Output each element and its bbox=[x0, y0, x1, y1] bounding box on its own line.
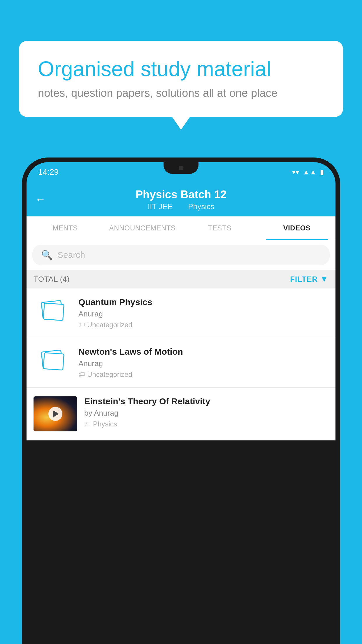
thumb-bg bbox=[34, 396, 77, 431]
video-title: Einstein's Theory Of Relativity bbox=[84, 396, 328, 406]
bubble-title: Organised study material bbox=[38, 57, 324, 81]
status-icons: ▾▾ ▲▲ ▮ bbox=[292, 168, 324, 176]
filter-button[interactable]: FILTER ▼ bbox=[290, 274, 328, 284]
speech-bubble-container: Organised study material notes, question… bbox=[19, 41, 343, 117]
video-title: Quantum Physics bbox=[78, 297, 328, 307]
list-item[interactable]: Einstein's Theory Of Relativity by Anura… bbox=[27, 388, 335, 440]
tab-ments[interactable]: MENTS bbox=[27, 216, 104, 240]
search-input[interactable]: Search bbox=[57, 250, 85, 260]
video-thumbnail-einstein bbox=[34, 396, 77, 431]
play-icon bbox=[53, 410, 59, 417]
play-button[interactable] bbox=[48, 407, 62, 421]
tabs-bar: MENTS ANNOUNCEMENTS TESTS VIDEOS bbox=[27, 216, 335, 240]
video-tag: 🏷 Uncategorized bbox=[78, 321, 328, 329]
video-info-newton: Newton's Laws of Motion Anurag 🏷 Uncateg… bbox=[78, 347, 328, 379]
filter-icon: ▼ bbox=[320, 274, 328, 284]
folder-page-front bbox=[43, 352, 64, 370]
bubble-subtitle: notes, question papers, solutions all at… bbox=[38, 87, 324, 99]
tag-label: Uncategorized bbox=[87, 370, 132, 379]
tag-label: Uncategorized bbox=[87, 321, 132, 329]
folder-thumb-newton bbox=[34, 347, 71, 376]
total-count: TOTAL (4) bbox=[34, 275, 70, 284]
video-author: Anurag bbox=[78, 359, 328, 368]
battery-icon: ▮ bbox=[320, 168, 324, 176]
tag-icon: 🏷 bbox=[84, 420, 91, 428]
tag-label: Physics bbox=[93, 420, 117, 428]
app-header: ← Physics Batch 12 IIT JEE Physics bbox=[27, 182, 335, 216]
speech-bubble: Organised study material notes, question… bbox=[19, 41, 343, 117]
list-item[interactable]: Quantum Physics Anurag 🏷 Uncategorized bbox=[27, 288, 335, 338]
video-author: by Anurag bbox=[84, 409, 328, 418]
video-tag: 🏷 Physics bbox=[84, 420, 328, 428]
filter-bar: TOTAL (4) FILTER ▼ bbox=[27, 270, 335, 288]
header-subtitle: IIT JEE Physics bbox=[145, 202, 217, 211]
tab-tests[interactable]: TESTS bbox=[181, 216, 258, 240]
search-icon: 🔍 bbox=[41, 249, 53, 260]
status-time: 14:29 bbox=[38, 167, 59, 177]
notch bbox=[164, 162, 198, 174]
tab-announcements[interactable]: ANNOUNCEMENTS bbox=[104, 216, 181, 240]
filter-label: FILTER bbox=[290, 275, 318, 284]
folder-icon bbox=[39, 351, 66, 372]
video-info-quantum: Quantum Physics Anurag 🏷 Uncategorized bbox=[78, 297, 328, 329]
header-title: Physics Batch 12 bbox=[136, 188, 227, 201]
video-author: Anurag bbox=[78, 309, 328, 318]
status-bar: 14:29 ▾▾ ▲▲ ▮ bbox=[27, 162, 335, 182]
video-list: Quantum Physics Anurag 🏷 Uncategorized bbox=[27, 288, 335, 440]
folder-icon bbox=[39, 301, 66, 323]
search-container: 🔍 Search bbox=[27, 240, 335, 270]
video-tag: 🏷 Uncategorized bbox=[78, 370, 328, 379]
header-subtitle-part2: Physics bbox=[188, 202, 214, 211]
signal-icon: ▲▲ bbox=[303, 168, 317, 176]
folder-page-front bbox=[43, 302, 64, 321]
tag-icon: 🏷 bbox=[78, 371, 85, 378]
search-box[interactable]: 🔍 Search bbox=[32, 245, 330, 265]
list-item[interactable]: Newton's Laws of Motion Anurag 🏷 Uncateg… bbox=[27, 338, 335, 388]
video-title: Newton's Laws of Motion bbox=[78, 347, 328, 357]
tag-icon: 🏷 bbox=[78, 321, 85, 329]
header-subtitle-sep bbox=[179, 202, 183, 211]
back-button[interactable]: ← bbox=[35, 193, 46, 205]
camera bbox=[179, 166, 183, 170]
wifi-icon: ▾▾ bbox=[292, 168, 299, 176]
phone-frame: 14:29 ▾▾ ▲▲ ▮ ← Physics Batch 12 IIT JEE… bbox=[22, 158, 340, 644]
video-info-einstein: Einstein's Theory Of Relativity by Anura… bbox=[84, 396, 328, 428]
header-subtitle-part1: IIT JEE bbox=[148, 202, 173, 211]
tab-videos[interactable]: VIDEOS bbox=[258, 216, 335, 240]
folder-thumb-quantum bbox=[34, 297, 71, 326]
phone-screen: 14:29 ▾▾ ▲▲ ▮ ← Physics Batch 12 IIT JEE… bbox=[27, 162, 335, 644]
